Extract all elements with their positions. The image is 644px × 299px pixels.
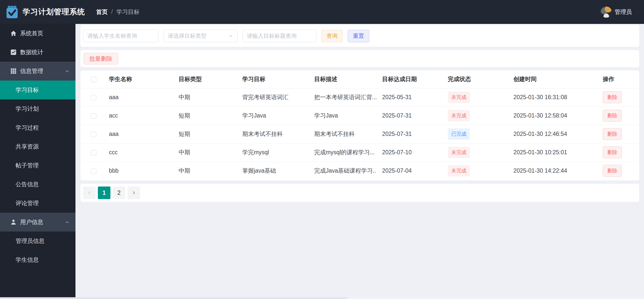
cell-goal: 背完考研英语词汇 xyxy=(236,88,308,106)
cell-student: aaa xyxy=(103,125,173,143)
cell-description: 学习Java xyxy=(308,106,376,125)
status-badge: 未完成 xyxy=(448,92,470,103)
sidebar-item-statistics[interactable]: 数据统计 xyxy=(0,43,75,62)
cell-created: 2025-01-30 12:58:04 xyxy=(508,106,597,125)
sidebar-item-announcements[interactable]: 公告信息 xyxy=(0,175,75,194)
row-checkbox[interactable] xyxy=(91,95,96,100)
sidebar-item-label: 系统首页 xyxy=(20,29,43,37)
breadcrumb-current: 学习目标 xyxy=(116,8,139,16)
cell-goal: 学完mysql xyxy=(236,143,308,162)
cell-created: 2025-01-30 10:25:01 xyxy=(508,143,597,162)
row-checkbox[interactable] xyxy=(91,150,96,156)
sidebar-group-info-management[interactable]: 信息管理 xyxy=(0,62,75,81)
column-header-goal: 学习目标 xyxy=(236,70,308,88)
column-header-created: 创建时间 xyxy=(508,70,597,88)
prev-page-button[interactable] xyxy=(83,186,96,199)
chevron-up-icon xyxy=(64,219,70,225)
delete-button[interactable]: 删除 xyxy=(603,91,622,103)
table-row: acc 短期 学习Java 学习Java 2025-07-31 未完成 2025… xyxy=(80,106,639,125)
cell-goal-type: 中期 xyxy=(173,162,236,180)
select-all-checkbox[interactable] xyxy=(91,77,96,82)
cell-description: 把一本考研英语词汇背... xyxy=(308,88,376,106)
cell-due-date: 2025-05-31 xyxy=(376,88,442,106)
username[interactable]: 管理员 xyxy=(615,8,632,16)
horizontal-scrollbar[interactable] xyxy=(0,297,644,299)
delete-button[interactable]: 删除 xyxy=(603,165,622,177)
status-badge: 已完成 xyxy=(448,128,470,140)
app-title: 学习计划管理系统 xyxy=(23,7,85,17)
table-header-row: 学生名称 目标类型 学习目标 目标描述 目标达成日期 完成状态 创建时间 操作 xyxy=(80,70,639,88)
sidebar-item-learning-process[interactable]: 学习过程 xyxy=(0,118,75,137)
column-header-due-date: 目标达成日期 xyxy=(376,70,442,88)
breadcrumb-home[interactable]: 首页 xyxy=(96,8,108,16)
cell-description: 完成mysql的课程学习... xyxy=(308,143,376,162)
table-row: aaa 短期 期末考试不挂科 期末考试不挂科 2025-07-31 已完成 20… xyxy=(80,125,639,143)
cell-goal: 掌握java基础 xyxy=(236,162,308,180)
cell-goal-type: 短期 xyxy=(173,106,236,125)
cell-goal-type: 短期 xyxy=(173,125,236,143)
status-badge: 未完成 xyxy=(448,147,470,158)
goals-table: 学生名称 目标类型 学习目标 目标描述 目标达成日期 完成状态 创建时间 操作 … xyxy=(80,70,639,180)
app-logo-icon xyxy=(5,5,19,19)
search-button[interactable]: 查询 xyxy=(321,30,343,42)
cell-goal: 期末考试不挂科 xyxy=(236,125,308,143)
sidebar-item-label: 帖子管理 xyxy=(16,162,39,169)
sidebar-item-comment-management[interactable]: 评论管理 xyxy=(0,194,75,213)
breadcrumb: 首页 / 学习目标 xyxy=(96,8,139,16)
sidebar-item-label: 公告信息 xyxy=(16,180,39,188)
delete-button[interactable]: 删除 xyxy=(603,146,622,158)
cell-created: 2025-01-30 12:46:54 xyxy=(508,125,597,143)
page-button-2[interactable]: 2 xyxy=(113,186,125,199)
sidebar-item-post-management[interactable]: 帖子管理 xyxy=(0,156,75,175)
home-icon xyxy=(10,30,17,37)
row-checkbox[interactable] xyxy=(91,132,96,137)
header: 学习计划管理系统 首页 / 学习目标 管理员 xyxy=(0,0,644,24)
reset-button[interactable]: 重置 xyxy=(348,30,369,42)
sidebar-item-admin-info[interactable]: 管理员信息 xyxy=(0,232,75,250)
sidebar-item-label: 共享资源 xyxy=(16,143,39,151)
sidebar-item-label: 数据统计 xyxy=(20,48,43,56)
cell-student: acc xyxy=(103,106,173,125)
scrollbar-thumb[interactable] xyxy=(0,297,348,299)
chevron-up-icon xyxy=(64,68,70,74)
student-name-input[interactable] xyxy=(83,30,158,42)
sidebar-item-shared-resources[interactable]: 共享资源 xyxy=(0,137,75,156)
pagination: 1 2 xyxy=(80,184,639,202)
cell-student: aaa xyxy=(103,88,173,106)
grid-icon xyxy=(10,68,17,74)
sidebar-item-system-home[interactable]: 系统首页 xyxy=(0,24,75,43)
sidebar-item-student-info[interactable]: 学生信息 xyxy=(0,250,75,269)
column-header-goal-type: 目标类型 xyxy=(173,70,236,88)
row-checkbox[interactable] xyxy=(91,168,96,174)
goal-type-select-placeholder: 请选择目标类型 xyxy=(168,32,207,40)
row-checkbox[interactable] xyxy=(91,113,96,119)
cell-student: bbb xyxy=(103,162,173,180)
goal-type-select[interactable]: 请选择目标类型 xyxy=(164,30,237,42)
user-icon xyxy=(10,219,17,226)
column-header-student: 学生名称 xyxy=(103,70,173,88)
cell-description: 期末考试不挂科 xyxy=(308,125,376,143)
sidebar-item-learning-plans[interactable]: 学习计划 xyxy=(0,99,75,118)
status-badge: 未完成 xyxy=(448,110,470,121)
cell-due-date: 2025-07-10 xyxy=(376,143,442,162)
status-badge: 未完成 xyxy=(448,165,470,176)
cell-created: 2025-01-30 14:22:44 xyxy=(508,162,597,180)
batch-delete-button[interactable]: 批量删除 xyxy=(84,53,118,64)
user-avatar[interactable] xyxy=(600,6,612,18)
goal-title-input[interactable] xyxy=(243,30,316,42)
sidebar-item-label: 学习目标 xyxy=(16,86,39,94)
sidebar-item-learning-goals[interactable]: 学习目标 xyxy=(0,81,75,99)
next-page-button[interactable] xyxy=(128,186,140,199)
cell-due-date: 2025-07-31 xyxy=(376,125,442,143)
filter-bar: 请选择目标类型 查询 重置 xyxy=(80,25,639,47)
sidebar: 系统首页 数据统计 信息管理 学习目标 学习计划 学习过程 共享资源 xyxy=(0,24,75,299)
delete-button[interactable]: 删除 xyxy=(603,128,622,140)
sidebar-item-label: 管理员信息 xyxy=(16,237,45,245)
breadcrumb-separator: / xyxy=(111,9,113,15)
cell-student: ccc xyxy=(103,143,173,162)
page-button-1[interactable]: 1 xyxy=(98,186,110,199)
sidebar-group-label: 信息管理 xyxy=(20,67,43,75)
delete-button[interactable]: 删除 xyxy=(603,110,622,122)
column-header-description: 目标描述 xyxy=(308,70,376,88)
sidebar-group-user-info[interactable]: 用户信息 xyxy=(0,213,75,232)
